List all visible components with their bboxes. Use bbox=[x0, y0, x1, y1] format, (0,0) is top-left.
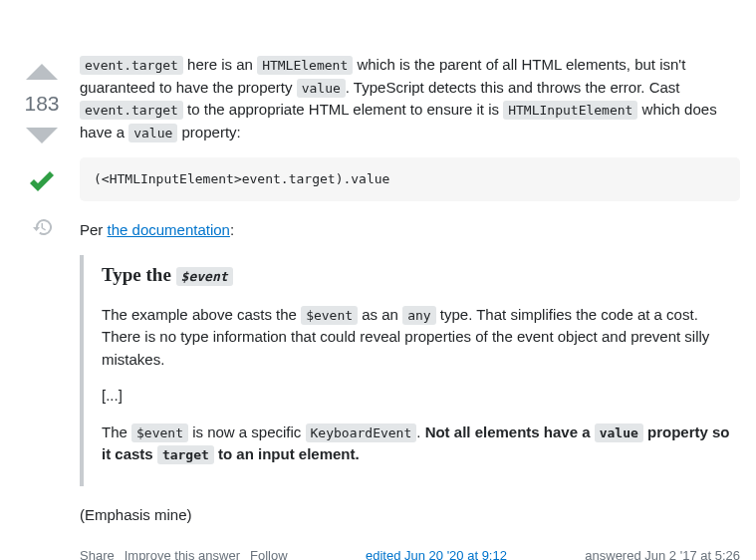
follow-link[interactable]: Follow bbox=[250, 546, 288, 560]
code-inline: $event bbox=[176, 267, 233, 286]
share-link[interactable]: Share bbox=[80, 546, 115, 560]
code-block: (<HTMLInputElement>event.target).value bbox=[80, 157, 740, 201]
documentation-link[interactable]: the documentation bbox=[108, 221, 230, 238]
quote-ellipsis: [...] bbox=[102, 385, 740, 408]
code-inline: KeyboardEvent bbox=[306, 423, 417, 442]
accepted-checkmark-icon bbox=[24, 165, 60, 204]
activity-history-icon[interactable] bbox=[33, 218, 52, 239]
code-inline: HTMLInputElement bbox=[503, 101, 637, 120]
vote-count: 183 bbox=[24, 92, 59, 116]
answered-info: answered Jun 2 '17 at 5:26 bbox=[585, 546, 740, 560]
vote-column: 183 bbox=[16, 54, 68, 560]
post-actions: Share Improve this answer Follow bbox=[80, 546, 288, 560]
code-inline: event.target bbox=[80, 56, 183, 75]
code-inline: target bbox=[157, 445, 214, 464]
edited-info[interactable]: edited Jun 20 '20 at 9:12 bbox=[366, 546, 507, 560]
answer-footer: Share Improve this answer Follow edited … bbox=[80, 546, 740, 560]
answer-body: event.target here is an HTMLElement whic… bbox=[68, 54, 740, 560]
code-inline: any bbox=[402, 306, 435, 325]
downvote-button[interactable] bbox=[24, 118, 60, 153]
emphasis-note: (Emphasis mine) bbox=[80, 504, 740, 527]
improve-link[interactable]: Improve this answer bbox=[125, 546, 240, 560]
code-inline: event.target bbox=[80, 101, 183, 120]
code-inline: $event bbox=[301, 306, 358, 325]
quote-heading: Type the $event bbox=[102, 261, 740, 290]
code-inline: value bbox=[128, 124, 177, 142]
quote-paragraph: The example above casts the $event as an… bbox=[102, 304, 740, 372]
answer-paragraph: event.target here is an HTMLElement whic… bbox=[80, 54, 740, 143]
code-inline: value bbox=[297, 79, 346, 98]
doc-reference: Per the documentation: bbox=[80, 219, 740, 242]
code-inline: value bbox=[595, 423, 643, 442]
quote-paragraph: The $event is now a specific KeyboardEve… bbox=[102, 421, 740, 466]
documentation-quote: Type the $event The example above casts … bbox=[80, 255, 740, 486]
code-inline: HTMLElement bbox=[257, 56, 353, 75]
code-inline: $event bbox=[131, 423, 188, 442]
upvote-button[interactable] bbox=[24, 54, 60, 90]
